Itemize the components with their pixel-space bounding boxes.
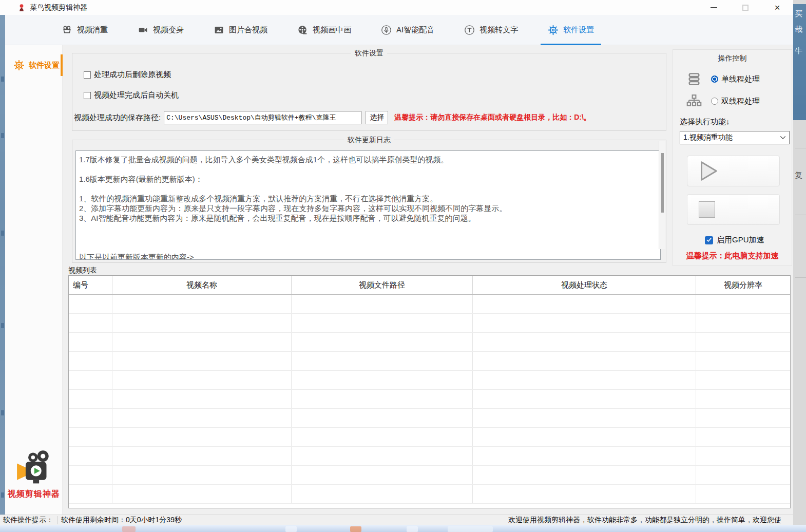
- tab-label: 视频转文字: [479, 25, 518, 35]
- control-panel: 操作控制 单线程处理 双线程处理: [673, 49, 792, 266]
- tree-icon: [686, 93, 702, 109]
- chevron-down-icon: [780, 136, 786, 140]
- movie-camera-icon: [62, 25, 72, 35]
- film-reel-icon: [297, 25, 308, 35]
- select-path-button[interactable]: 选择: [366, 111, 388, 124]
- table-cell: [292, 390, 473, 408]
- table-cell: [696, 333, 790, 351]
- update-log-text[interactable]: 1.7版本修复了批量合成视频的问题，比如导入多个美女类型视频合成1个，这样也可以…: [75, 150, 661, 260]
- save-path-input[interactable]: [164, 111, 361, 124]
- taskbar-icon[interactable]: [448, 526, 493, 532]
- gpu-checkbox-label: 启用GPU加速: [717, 235, 764, 245]
- table-cell: [473, 295, 696, 313]
- radio-single-thread[interactable]: 单线程处理: [686, 71, 760, 87]
- table-cell: [473, 390, 696, 408]
- tab-settings[interactable]: 软件设置: [548, 15, 594, 45]
- maximize-button[interactable]: [730, 0, 761, 15]
- tab-label: 视频变身: [153, 25, 184, 35]
- checkbox-delete-original[interactable]: 处理成功后删除原视频: [84, 70, 171, 80]
- app-window: 买 哉 牛 复 菜鸟视频剪辑神器 × 视频消重: [0, 0, 806, 532]
- table-row: [69, 371, 790, 390]
- taskbar-icon[interactable]: [350, 526, 361, 532]
- function-dropdown[interactable]: 1.视频消重功能: [680, 131, 790, 144]
- table-cell: [112, 333, 292, 351]
- table-cell: [112, 295, 292, 313]
- column-header-4[interactable]: 视频分辨率: [696, 276, 790, 294]
- tab-video-to-text[interactable]: 视频转文字: [464, 15, 518, 45]
- table-cell: [292, 466, 473, 484]
- table-cell: [696, 390, 790, 408]
- update-log-scrollbar[interactable]: [659, 141, 665, 249]
- close-button[interactable]: ×: [761, 0, 793, 15]
- start-button[interactable]: [687, 156, 780, 186]
- desktop-edge-text: 复: [795, 170, 802, 180]
- table-cell: [69, 409, 112, 427]
- taskbar-icon[interactable]: [407, 526, 418, 532]
- window-title: 菜鸟视频剪辑神器: [30, 3, 87, 12]
- taskbar-strip: [0, 525, 806, 532]
- table-cell: [292, 485, 473, 503]
- table-cell: [473, 428, 696, 446]
- scrollbar-thumb[interactable]: [661, 153, 664, 213]
- close-icon: ×: [774, 3, 780, 12]
- column-header-2[interactable]: 视频文件路径: [292, 276, 473, 294]
- table-row: [69, 314, 790, 333]
- tab-video-transform[interactable]: 视频变身: [138, 15, 184, 45]
- tab-ai-voice[interactable]: AI智能配音: [381, 15, 434, 45]
- settings-group-title: 软件设置: [351, 49, 387, 58]
- minimize-button[interactable]: [698, 0, 730, 15]
- table-cell: [473, 314, 696, 332]
- table-cell: [473, 371, 696, 389]
- table-cell: [69, 371, 112, 389]
- table-cell: [69, 447, 112, 465]
- desktop-icon-fragment: [1, 231, 4, 236]
- table-cell: [473, 466, 696, 484]
- checkbox-label: 处理成功后删除原视频: [94, 70, 171, 80]
- tab-image-to-video[interactable]: 图片合视频: [214, 15, 267, 45]
- column-header-0[interactable]: 编号: [69, 276, 112, 294]
- background-window-line: [795, 148, 806, 148]
- stack-icon: [686, 71, 702, 87]
- table-body: [69, 295, 790, 508]
- desktop-edge-text: 牛: [795, 46, 802, 56]
- table-cell: [69, 390, 112, 408]
- stop-button[interactable]: [687, 194, 780, 225]
- table-cell: [696, 352, 790, 370]
- sidebar-item-settings[interactable]: 软件设置: [5, 53, 63, 77]
- table-row: [69, 295, 790, 314]
- tab-video-pip[interactable]: 视频画中画: [297, 15, 351, 45]
- table-cell: [112, 352, 292, 370]
- column-header-1[interactable]: 视频名称: [112, 276, 292, 294]
- desktop-icon-fragment: [1, 410, 4, 415]
- app-logo-label: 视频剪辑神器: [5, 489, 63, 500]
- microphone-icon: [381, 25, 392, 35]
- table-cell: [696, 485, 790, 503]
- taskbar-icon[interactable]: [122, 526, 136, 532]
- taskbar-icon[interactable]: [285, 526, 297, 532]
- table-cell: [696, 428, 790, 446]
- tab-video-dedupe[interactable]: 视频消重: [62, 15, 108, 45]
- video-list-table[interactable]: 编号视频名称视频文件路径视频处理状态视频分辨率: [68, 275, 791, 508]
- radio-dual-thread[interactable]: 双线程处理: [686, 93, 760, 109]
- checkbox-icon: [84, 92, 91, 99]
- movie-camera-logo-icon: [14, 450, 53, 486]
- tab-label: 软件设置: [563, 25, 594, 35]
- desktop-icon-fragment: [1, 492, 4, 498]
- status-bar: 软件操作提示： 软件使用剩余时间：0天0小时1分39秒 欢迎使用视频剪辑神器，软…: [0, 515, 793, 525]
- column-header-3[interactable]: 视频处理状态: [473, 276, 696, 294]
- table-cell: [69, 485, 112, 503]
- tab-label: AI智能配音: [396, 25, 434, 35]
- gear-icon: [548, 25, 559, 35]
- sidebar-item-label: 软件设置: [29, 61, 60, 70]
- radio-selected-icon: [711, 75, 718, 83]
- table-row: [69, 466, 790, 485]
- table-cell: [112, 371, 292, 389]
- camcorder-icon: [138, 25, 148, 35]
- table-cell: [292, 371, 473, 389]
- maximize-icon: [742, 5, 749, 11]
- checkbox-auto-shutdown[interactable]: 视频处理完成后自动关机: [84, 90, 179, 100]
- table-cell: [112, 466, 292, 484]
- gpu-checkbox[interactable]: 启用GPU加速: [705, 235, 764, 245]
- table-cell: [69, 466, 112, 484]
- table-cell: [473, 333, 696, 351]
